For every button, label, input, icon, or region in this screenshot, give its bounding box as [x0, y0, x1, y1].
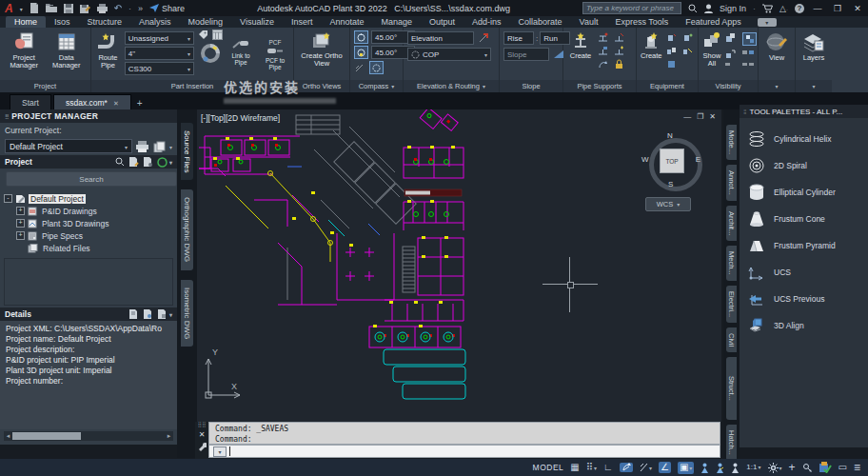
model-space-button[interactable]: MODEL [533, 463, 564, 472]
line-spec-dropdown[interactable]: CS300 [125, 62, 194, 75]
hide-layer-icon[interactable] [725, 62, 740, 68]
ortho-mode-icon[interactable]: ∟ [603, 462, 613, 473]
details-doc2-icon[interactable] [143, 309, 153, 319]
new-drawing-tab-button[interactable]: + [133, 97, 147, 109]
rise-input[interactable]: Rise [503, 31, 534, 45]
support-rotate-icon[interactable] [598, 59, 611, 69]
palette-tab-hatches[interactable]: Hatch... [726, 425, 737, 461]
ribbon-tab-home[interactable]: Home [6, 16, 46, 28]
hide-selected-icon[interactable] [725, 32, 740, 46]
compass-display-icon[interactable] [369, 61, 384, 74]
autoscale-icon[interactable] [716, 463, 724, 473]
save-as-icon[interactable] [80, 4, 90, 13]
tool-palettes-header[interactable]: ⁞⁞ TOOL PALETTES - ALL P... [740, 105, 868, 118]
details-caret-icon[interactable] [169, 309, 172, 319]
show-all-button[interactable]: Show All [702, 30, 721, 68]
project-section-caret-icon[interactable] [169, 157, 172, 167]
compass-off-icon[interactable] [355, 64, 364, 72]
equipment-nozzle-icon[interactable] [666, 59, 680, 69]
ribbon-tab-annotate[interactable]: Annotate [321, 16, 372, 28]
command-input[interactable]: ▾ [208, 445, 720, 458]
ribbon-tab-manage[interactable]: Manage [373, 16, 422, 28]
annotation-scale-icon[interactable] [731, 463, 740, 473]
size-dropdown[interactable]: 4" [125, 47, 194, 60]
palette-tab-architectural[interactable]: Archit... [726, 206, 737, 241]
tree-item-default-project[interactable]: - Default Project [4, 192, 173, 205]
support-lock-icon[interactable] [614, 59, 627, 69]
new-file-icon[interactable] [30, 3, 39, 13]
save-icon[interactable] [64, 4, 73, 13]
attach-drawing-icon[interactable] [143, 157, 153, 167]
tree-item-pipe-specs[interactable]: + Pipe Specs [4, 229, 173, 242]
palette-tab-modeling[interactable]: Mode... [726, 125, 737, 160]
data-manager-button[interactable]: Data Manager [47, 30, 88, 69]
elevation-pick-icon[interactable] [478, 32, 489, 44]
support-detach-icon[interactable] [614, 32, 627, 43]
equipment-convert-icon[interactable] [666, 46, 680, 56]
expand-icon[interactable]: + [16, 231, 25, 240]
search-input[interactable]: Type a keyword or phrase [582, 2, 681, 14]
link-to-pipe-button[interactable]: Link to Pipe [227, 37, 255, 70]
object-snap-tracking-icon[interactable]: ∠ [659, 462, 671, 473]
pcf-to-pipe-button[interactable]: PCF PCF to Pipe [261, 37, 289, 70]
project-manager-button[interactable]: Project Manager [4, 30, 45, 69]
tool-frustum-pyramid[interactable]: Frustum Pyramid [740, 232, 868, 259]
support-move-icon[interactable] [614, 46, 627, 56]
viewcube-west[interactable]: W [641, 155, 649, 164]
collapse-icon[interactable]: - [4, 194, 12, 203]
app-menu-caret-icon[interactable] [20, 4, 23, 13]
object-snap-icon[interactable]: ▣ [678, 462, 694, 474]
elevation-input[interactable]: Elevation [407, 31, 474, 45]
file-tab-drawing[interactable]: ssdax.com* [53, 94, 131, 109]
tree-item-plant3d-drawings[interactable]: + Plant 3D Drawings [4, 217, 173, 229]
tag-icon[interactable] [198, 30, 208, 40]
tab-isometric-dwg[interactable]: Isometric DWG [181, 280, 193, 347]
substitute-part-icon[interactable] [199, 42, 222, 65]
equipment-attach-icon[interactable] [682, 46, 696, 56]
command-history[interactable]: Command: _SAVEAS Command: [208, 422, 720, 445]
current-project-select[interactable]: Default Project [5, 139, 132, 153]
viewcube-south[interactable]: S [668, 180, 673, 188]
create-equipment-button[interactable]: Create [641, 30, 662, 60]
new-drawing-icon[interactable] [128, 157, 139, 167]
viewcube-top-face[interactable]: TOP [660, 149, 684, 173]
app-store-icon[interactable]: △· [779, 4, 788, 13]
ribbon-tab-analysis[interactable]: Analysis [130, 16, 180, 28]
details-hscrollbar[interactable]: ◂ ▸ [4, 431, 173, 441]
expand-icon[interactable]: + [16, 219, 25, 228]
copy-project-icon[interactable] [153, 141, 166, 152]
palette-tab-structural[interactable]: Struct... [726, 357, 737, 420]
help-icon[interactable]: ? [795, 4, 804, 13]
annotation-visibility-icon[interactable] [700, 463, 709, 473]
file-tab-start[interactable]: Start [10, 94, 51, 109]
project-manager-header[interactable]: ⁞⁞ PROJECT MANAGER [0, 109, 177, 123]
command-close-icon[interactable]: ✕ [199, 430, 206, 439]
ribbon-tab-addins[interactable]: Add-ins [464, 16, 510, 28]
compass-toggle-icon[interactable] [354, 30, 368, 44]
undo-caret-icon[interactable]: · [128, 4, 131, 13]
clean-screen-icon[interactable]: ▭ [838, 462, 847, 473]
close-button[interactable]: ✕ [851, 4, 864, 13]
route-pipe-button[interactable]: Route Pipe [95, 30, 121, 69]
equipment-edit-icon[interactable] [666, 32, 680, 43]
scroll-left-icon[interactable]: ◂ [4, 432, 12, 440]
minimize-button[interactable]: — [811, 4, 824, 13]
viewcube-north[interactable]: N [667, 131, 673, 140]
project-search-input[interactable] [6, 171, 177, 187]
open-folder-icon[interactable] [46, 4, 57, 13]
workspace-gear-icon[interactable] [768, 462, 782, 474]
ribbon-display-toggle[interactable] [758, 18, 777, 27]
scroll-thumb[interactable] [12, 432, 81, 440]
palette-tab-electrical[interactable]: Electri... [726, 286, 737, 323]
palette-tab-annotation[interactable]: Annot... [726, 165, 737, 201]
scroll-right-icon[interactable]: ▸ [165, 432, 173, 440]
command-grip-icon[interactable]: ⣿⣿ [198, 423, 207, 427]
xray-icon[interactable] [742, 49, 757, 59]
compass-snap-icon[interactable] [354, 46, 368, 59]
spec-dropdown[interactable]: Unassigned [125, 31, 194, 45]
plot-project-icon[interactable] [136, 141, 149, 152]
panel-grip-icon[interactable]: ⁞⁞ [5, 112, 8, 121]
wcs-dropdown[interactable]: WCS [645, 197, 691, 211]
tool-ucs[interactable]: UCS [740, 259, 868, 286]
cop-dropdown[interactable]: COP [407, 48, 491, 61]
